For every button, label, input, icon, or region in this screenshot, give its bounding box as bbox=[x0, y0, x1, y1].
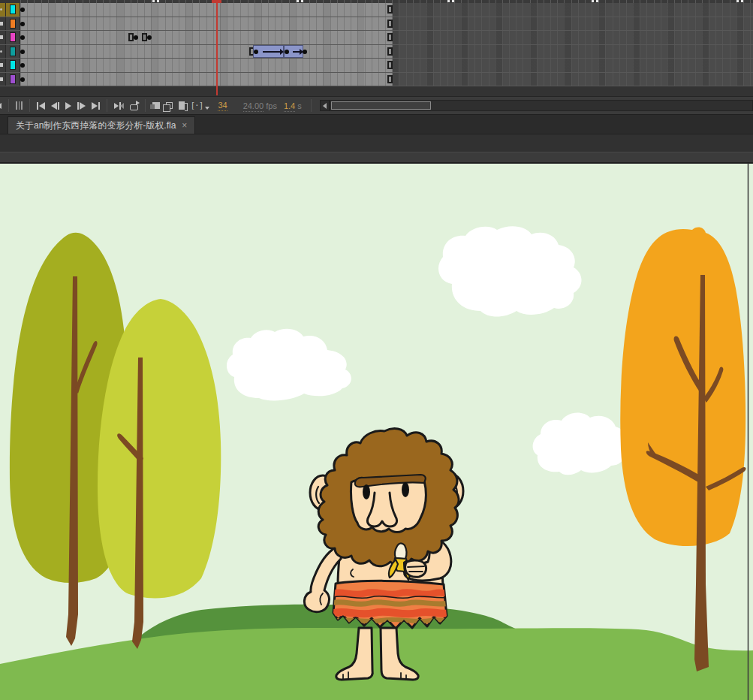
timeline-layer-row[interactable] bbox=[0, 45, 753, 59]
playhead[interactable] bbox=[216, 0, 218, 95]
onion-skin-outlines-icon[interactable] bbox=[163, 100, 176, 112]
modify-onion-markers-icon[interactable]: [·] bbox=[188, 100, 213, 112]
frame-span[interactable] bbox=[20, 3, 393, 17]
edit-multiple-frames-icon[interactable] bbox=[176, 100, 188, 112]
timeline-layer-row[interactable] bbox=[0, 31, 753, 45]
scroll-left-icon[interactable] bbox=[0, 100, 5, 112]
layer-frames-track[interactable] bbox=[20, 17, 753, 31]
scrollbar-left-arrow[interactable] bbox=[320, 100, 330, 111]
elapsed-time-field[interactable]: 1.4 s bbox=[284, 101, 302, 110]
layer-icon-partial bbox=[0, 8, 2, 11]
play-button[interactable] bbox=[62, 100, 74, 112]
left-eye bbox=[363, 484, 370, 499]
edit-bar bbox=[0, 152, 753, 163]
layer-outline-color-swatch[interactable] bbox=[10, 60, 16, 70]
layer-frames-track[interactable] bbox=[20, 45, 753, 59]
layer-outline-color-swatch[interactable] bbox=[10, 74, 16, 84]
keyframe-dot[interactable] bbox=[20, 63, 25, 68]
keyframe-dot[interactable] bbox=[147, 35, 152, 40]
keyframe-dot[interactable] bbox=[20, 77, 25, 82]
layer-frames-track[interactable] bbox=[20, 73, 753, 86]
panel-gap bbox=[0, 134, 753, 152]
keyframe-dot[interactable] bbox=[303, 50, 307, 54]
divider bbox=[8, 99, 9, 112]
timeline-layers bbox=[0, 3, 753, 86]
skirt-stripe-olive-1 bbox=[330, 602, 450, 605]
ruler-frame-label bbox=[297, 0, 299, 2]
center-frame-icon[interactable] bbox=[111, 100, 127, 112]
keyframe-dot[interactable] bbox=[20, 50, 25, 54]
layer-icon-partial bbox=[0, 63, 3, 67]
layer-icon-column bbox=[0, 73, 6, 86]
frame-span[interactable] bbox=[20, 31, 393, 44]
grip-icon[interactable] bbox=[13, 100, 26, 112]
frame-end-marker bbox=[387, 5, 393, 14]
ruler-frame-label bbox=[592, 0, 594, 2]
frame-span[interactable] bbox=[20, 45, 393, 59]
frame-end-marker bbox=[387, 75, 393, 83]
layer-icon-column bbox=[0, 59, 6, 72]
layer-swatch-cell[interactable] bbox=[6, 59, 20, 72]
frame-end-marker bbox=[387, 20, 393, 28]
layer-swatch-cell[interactable] bbox=[6, 17, 20, 31]
keyframe-dot[interactable] bbox=[20, 22, 25, 26]
current-frame-field[interactable]: 34 bbox=[218, 101, 227, 111]
step-back-button[interactable] bbox=[48, 100, 62, 112]
ruler-frame-label bbox=[596, 0, 598, 2]
frame-rate-field[interactable]: 24.00 fps bbox=[243, 101, 277, 110]
layer-swatch-cell[interactable] bbox=[6, 3, 20, 17]
layer-outline-color-swatch[interactable] bbox=[10, 47, 16, 56]
timeline-empty-area bbox=[0, 86, 753, 96]
layer-outline-color-swatch[interactable] bbox=[10, 32, 16, 42]
layer-icon-column bbox=[0, 45, 6, 59]
timeline-layer-row[interactable] bbox=[0, 73, 753, 87]
document-tab-bar: 关于an制作东西掉落的变形分析-版权.fla × bbox=[0, 115, 753, 134]
frame-span[interactable] bbox=[20, 59, 393, 72]
keyframe-dot[interactable] bbox=[20, 35, 25, 40]
timeline-layer-row[interactable] bbox=[0, 17, 753, 32]
layer-icon-column bbox=[0, 17, 6, 31]
scrollbar-track[interactable] bbox=[330, 100, 753, 111]
layer-frames-track[interactable] bbox=[20, 31, 753, 44]
timeline-scrollbar[interactable] bbox=[320, 99, 753, 112]
skirt-stripe-red-2 bbox=[330, 612, 450, 614]
frame-span[interactable] bbox=[20, 17, 393, 31]
layer-outline-color-swatch[interactable] bbox=[10, 19, 16, 29]
layer-icon-partial bbox=[0, 22, 3, 26]
scrollbar-thumb[interactable] bbox=[331, 101, 431, 110]
timeline-layer-row[interactable] bbox=[0, 59, 753, 73]
layer-icon-column bbox=[0, 31, 6, 44]
layer-swatch-cell[interactable] bbox=[6, 45, 20, 59]
frame-span[interactable] bbox=[20, 73, 393, 86]
timeline-layer-row[interactable] bbox=[0, 3, 753, 17]
frame-end-marker bbox=[128, 33, 134, 41]
layer-swatch-cell[interactable] bbox=[6, 73, 20, 86]
frame-end-marker bbox=[387, 47, 393, 56]
ruler-frame-label bbox=[301, 0, 303, 2]
keyframe-dot[interactable] bbox=[285, 50, 289, 54]
keyframe-dot[interactable] bbox=[20, 8, 25, 12]
go-to-first-frame-button[interactable] bbox=[34, 100, 48, 112]
frame-end-marker bbox=[387, 33, 393, 41]
go-to-last-frame-button[interactable] bbox=[89, 100, 103, 112]
layer-outline-color-swatch[interactable] bbox=[10, 5, 16, 14]
tween-arrow bbox=[263, 51, 280, 53]
stage-canvas[interactable] bbox=[0, 164, 753, 700]
frame-end-marker bbox=[387, 61, 393, 69]
layer-icon-partial bbox=[0, 50, 2, 53]
document-tab[interactable]: 关于an制作东西掉落的变形分析-版权.fla × bbox=[8, 116, 195, 134]
ruler-frame-label bbox=[452, 0, 454, 2]
banana-flesh bbox=[395, 543, 406, 559]
step-forward-button[interactable] bbox=[74, 100, 89, 112]
keyframe-dot[interactable] bbox=[134, 35, 138, 40]
playhead-handle[interactable] bbox=[212, 0, 221, 3]
layer-icon-partial bbox=[0, 35, 3, 39]
loop-playback-icon[interactable] bbox=[127, 100, 141, 112]
layer-frames-track[interactable] bbox=[20, 59, 753, 72]
keyframe-dot[interactable] bbox=[254, 50, 258, 54]
layer-swatch-cell[interactable] bbox=[6, 31, 20, 44]
onion-skin-icon[interactable] bbox=[149, 100, 163, 112]
close-icon[interactable]: × bbox=[182, 120, 187, 131]
layer-frames-track[interactable] bbox=[20, 3, 753, 17]
divider bbox=[107, 99, 107, 112]
